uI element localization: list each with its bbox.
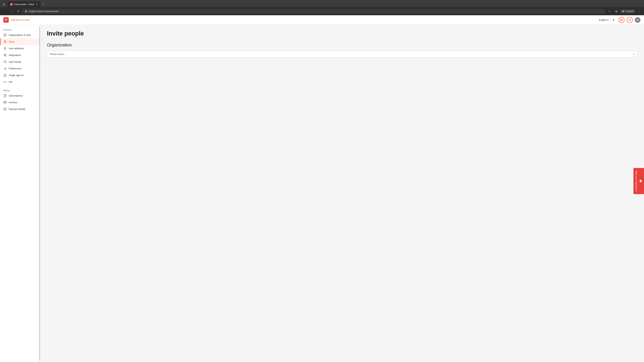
- tab-close-btn[interactable]: ✕: [36, 3, 38, 6]
- new-feature-btn[interactable]: ✦: [610, 17, 616, 23]
- payment-details-label: Payment details: [9, 108, 26, 110]
- lock-icon: 🔒: [25, 10, 27, 12]
- lang-arrow: ▾: [607, 18, 608, 21]
- browser-toolbar: ← → ↻ 🔒 insights.hotjar.com/team/invite/…: [0, 7, 644, 15]
- svg-rect-24: [4, 108, 6, 110]
- rate-label: Rate your experience: [635, 171, 638, 191]
- sidebar-item-team[interactable]: Team: [0, 38, 40, 45]
- svg-point-6: [4, 40, 5, 41]
- invoices-icon: [3, 101, 7, 104]
- sidebar-item-sso[interactable]: Single sign-on: [0, 72, 40, 79]
- browser-tab-active[interactable]: H Invite people - Hotjar ✕: [8, 1, 40, 7]
- preferences-label: Preferences: [9, 67, 21, 70]
- user-avatar[interactable]: U: [634, 17, 641, 23]
- back-btn[interactable]: ←: [2, 8, 8, 14]
- main-layout: Account Organizations & sites: [0, 25, 644, 362]
- team-label: Team: [9, 40, 14, 43]
- upgrade-link[interactable]: Upgrade your plans: [11, 18, 30, 21]
- header-left: H Upgrade your plans: [3, 17, 30, 23]
- sidebar-item-user-lookup[interactable]: User lookup: [0, 58, 40, 65]
- app-container: H Upgrade your plans English ▾ ✦: [0, 15, 644, 362]
- extensions-icon[interactable]: ⋮: [636, 8, 642, 14]
- svg-point-7: [4, 47, 6, 48]
- toolbar-right: ☆ ⊞ 🕵 Incognito ⋮: [607, 8, 642, 14]
- svg-point-0: [620, 18, 622, 20]
- sidebar-item-org-sites[interactable]: Organizations & sites: [0, 32, 40, 38]
- organization-dropdown[interactable]: Please select... ▾: [47, 51, 637, 57]
- svg-point-13: [4, 61, 6, 63]
- integrations-icon: [3, 53, 7, 57]
- api-label: API: [9, 81, 12, 83]
- tab-dropdown-btn[interactable]: ◀: [1, 2, 6, 7]
- svg-line-12: [4, 54, 5, 55]
- dropdown-placeholder: Please select...: [50, 53, 66, 55]
- language-selector[interactable]: English ▾: [599, 18, 608, 21]
- svg-line-11: [4, 55, 5, 56]
- svg-rect-3: [4, 34, 6, 36]
- sidebar-scrollbar[interactable]: [39, 26, 40, 361]
- invite-people-btn[interactable]: [618, 17, 624, 23]
- user-lookup-icon: [3, 60, 7, 63]
- user-attributes-icon: [3, 47, 7, 50]
- svg-point-10: [5, 56, 6, 56]
- user-attributes-label: User attributes: [9, 47, 24, 50]
- tab-nav-controls: ◀: [1, 2, 6, 7]
- integrations-label: Integrations: [9, 54, 21, 56]
- sidebar-item-api[interactable]: API: [0, 79, 40, 85]
- rate-icon: 📋: [639, 179, 642, 183]
- organization-section-title: Organization: [47, 42, 637, 48]
- sidebar-item-preferences[interactable]: Preferences: [0, 65, 40, 72]
- content-area: Invite people Organization Please select…: [40, 25, 644, 362]
- team-icon: [3, 40, 7, 43]
- tab-title: Invite people - Hotjar: [14, 3, 34, 5]
- sso-label: Single sign-on: [9, 74, 24, 77]
- incognito-btn[interactable]: 🕵 Incognito: [620, 9, 635, 13]
- subscriptions-icon: [3, 94, 7, 97]
- incognito-label: Incognito: [626, 10, 634, 12]
- hotjar-logo[interactable]: H: [3, 17, 9, 23]
- sidebar-item-invoices[interactable]: Invoices: [0, 99, 40, 106]
- user-lookup-label: User lookup: [9, 60, 21, 63]
- browser-chrome: ◀ H Invite people - Hotjar ✕ + ← → ↻ 🔒 i…: [0, 0, 644, 15]
- sidebar-item-payment-details[interactable]: Payment details: [0, 106, 40, 112]
- reload-btn[interactable]: ↻: [16, 8, 21, 14]
- sidebar-item-subscriptions[interactable]: Subscriptions: [0, 92, 40, 99]
- svg-point-9: [4, 55, 5, 56]
- forward-btn[interactable]: →: [9, 8, 14, 14]
- lang-label: English: [599, 18, 606, 21]
- svg-point-8: [5, 54, 6, 55]
- app-header: H Upgrade your plans English ▾ ✦: [0, 15, 644, 25]
- notifications-icon: [628, 18, 631, 21]
- preferences-icon: [3, 67, 7, 70]
- svg-rect-21: [4, 75, 6, 76]
- sidebar-item-user-attributes[interactable]: User attributes: [0, 45, 40, 52]
- payment-details-icon: [3, 107, 7, 111]
- tab-bar: ◀ H Invite people - Hotjar ✕ +: [0, 0, 644, 7]
- page-title: Invite people: [47, 30, 637, 37]
- org-sites-icon: [3, 33, 7, 37]
- svg-line-14: [6, 62, 6, 63]
- address-bar[interactable]: 🔒 insights.hotjar.com/team/invite/: [22, 9, 606, 13]
- dropdown-arrow-icon: ▾: [634, 53, 634, 55]
- address-text: insights.hotjar.com/team/invite/: [29, 10, 58, 12]
- invite-icon: [620, 18, 623, 22]
- bookmark-icon[interactable]: ☆: [607, 8, 612, 14]
- svg-rect-22: [4, 102, 6, 103]
- notifications-btn[interactable]: [626, 17, 632, 23]
- incognito-icon: 🕵: [622, 10, 624, 12]
- subscriptions-label: Subscriptions: [9, 94, 23, 97]
- org-sites-label: Organizations & sites: [9, 34, 31, 36]
- sidebar: Account Organizations & sites: [0, 25, 40, 362]
- sso-icon: [3, 73, 7, 77]
- browser-menu-icon[interactable]: ⊞: [614, 8, 619, 14]
- header-right: English ▾ ✦ U: [599, 17, 641, 23]
- account-section-label: Account: [0, 27, 40, 32]
- rate-experience-panel[interactable]: 📋 Rate your experience: [634, 168, 644, 194]
- invoices-label: Invoices: [9, 101, 17, 104]
- sidebar-item-integrations[interactable]: Integrations: [0, 52, 40, 58]
- tab-favicon: H: [10, 3, 13, 6]
- new-tab-btn[interactable]: +: [41, 2, 46, 7]
- api-icon: [3, 80, 7, 84]
- billing-section-label: Billing: [0, 88, 40, 92]
